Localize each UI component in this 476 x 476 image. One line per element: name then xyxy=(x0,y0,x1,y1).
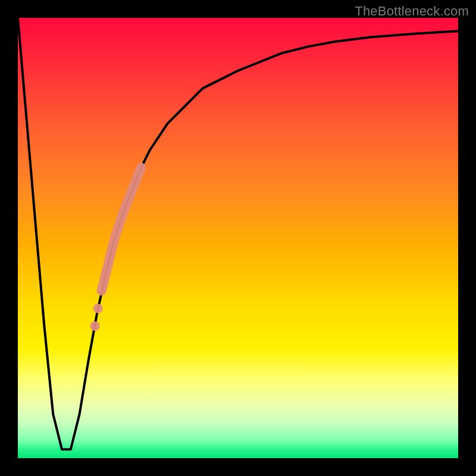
chart-frame: TheBottleneck.com xyxy=(0,0,476,476)
highlight-segment-path xyxy=(102,168,142,291)
highlight-segment xyxy=(102,168,142,291)
highlight-dot xyxy=(93,303,103,313)
highlight-dot xyxy=(90,321,100,331)
chart-svg xyxy=(18,18,458,458)
bottleneck-curve-path xyxy=(18,18,458,449)
bottleneck-curve xyxy=(18,18,458,449)
watermark-text: TheBottleneck.com xyxy=(355,4,469,19)
